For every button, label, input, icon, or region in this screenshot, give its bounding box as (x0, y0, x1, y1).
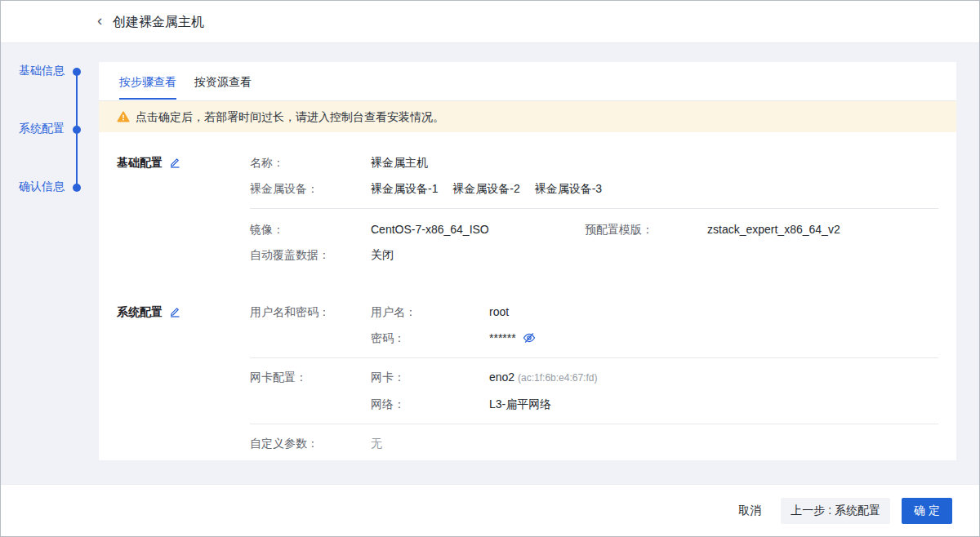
stepper-item-system-config[interactable]: 系统配置 (19, 122, 65, 136)
confirm-button[interactable]: 确 定 (902, 498, 952, 524)
cancel-button[interactable]: 取消 (738, 504, 761, 518)
network-value: L3-扁平网络 (489, 396, 551, 413)
stepper: 基础信息 系统配置 确认信息 (1, 43, 99, 288)
password-value: ****** (489, 330, 536, 349)
edit-system-config-icon[interactable] (169, 305, 180, 322)
overwrite-value: 关闭 (371, 246, 394, 264)
edit-basic-config-icon[interactable] (169, 156, 180, 173)
device-item: 裸金属设备-2 (452, 182, 519, 195)
nic-group-label: 网卡配置： (250, 369, 307, 386)
summary-content: 基础配置 名称： 裸金属主机 裸金属设备： 裸金属设备-1 裸金属设备-2 裸金… (99, 62, 956, 460)
page-footer: 取消 上一步 : 系统配置 确 定 (1, 484, 979, 536)
nic-mac: (ac:1f:6b:e4:67:fd) (518, 372, 597, 384)
stepper-item-confirm-info[interactable]: 确认信息 (19, 180, 65, 194)
password-masked: ****** (489, 331, 516, 344)
device-values: 裸金属设备-1 裸金属设备-2 裸金属设备-3 (371, 180, 613, 197)
device-item: 裸金属设备-1 (371, 182, 438, 195)
image-label: 镜像： (250, 221, 284, 238)
image-value: CentOS-7-x86_64_ISO (371, 221, 489, 238)
stepper-dot-system-config (73, 126, 81, 134)
section-title-system-config-text: 系统配置 (117, 305, 163, 318)
back-icon[interactable]: ‹ (97, 1, 102, 40)
network-label: 网络： (371, 396, 405, 413)
section-title-system-config: 系统配置 (117, 304, 180, 322)
divider (250, 208, 938, 209)
username-value: root (489, 304, 509, 321)
create-baremetal-page: ‹ 创建裸金属主机 基础信息 系统配置 确认信息 按步骤查看 按资源查看 点击确… (0, 0, 980, 537)
prev-step-button[interactable]: 上一步 : 系统配置 (781, 498, 890, 524)
password-visibility-icon[interactable] (523, 331, 536, 349)
name-value: 裸金属主机 (371, 154, 428, 171)
device-item: 裸金属设备-3 (535, 182, 602, 195)
section-title-basic-config: 基础配置 (117, 154, 180, 173)
overwrite-label: 自动覆盖数据： (250, 246, 330, 264)
stepper-dot-confirm-info (73, 184, 81, 192)
confirm-card: 按步骤查看 按资源查看 点击确定后，若部署时间过长，请进入控制台查看安装情况。 … (99, 62, 956, 460)
page-header: ‹ 创建裸金属主机 (1, 1, 979, 43)
nic-value: eno2 (ac:1f:6b:e4:67:fd) (489, 369, 597, 387)
device-label: 裸金属设备： (250, 180, 318, 197)
stepper-dot-basic-info (73, 68, 81, 76)
stepper-item-basic-info[interactable]: 基础信息 (19, 64, 65, 78)
username-label: 用户名： (371, 304, 416, 321)
divider (250, 424, 938, 424)
template-value: zstack_expert_x86_64_v2 (707, 221, 840, 238)
name-label: 名称： (250, 154, 284, 171)
page-title: 创建裸金属主机 (113, 1, 204, 42)
custom-params-value: 无 (371, 435, 382, 452)
nic-label: 网卡： (371, 369, 405, 386)
custom-params-label: 自定义参数： (250, 435, 318, 452)
nic-name: eno2 (489, 371, 514, 384)
credentials-label: 用户名和密码： (250, 304, 330, 321)
divider (250, 357, 938, 358)
footer-actions: 取消 上一步 : 系统配置 确 定 (738, 485, 952, 536)
password-label: 密码： (371, 330, 405, 347)
section-title-basic-config-text: 基础配置 (117, 156, 163, 169)
template-label: 预配置模版： (585, 221, 653, 238)
